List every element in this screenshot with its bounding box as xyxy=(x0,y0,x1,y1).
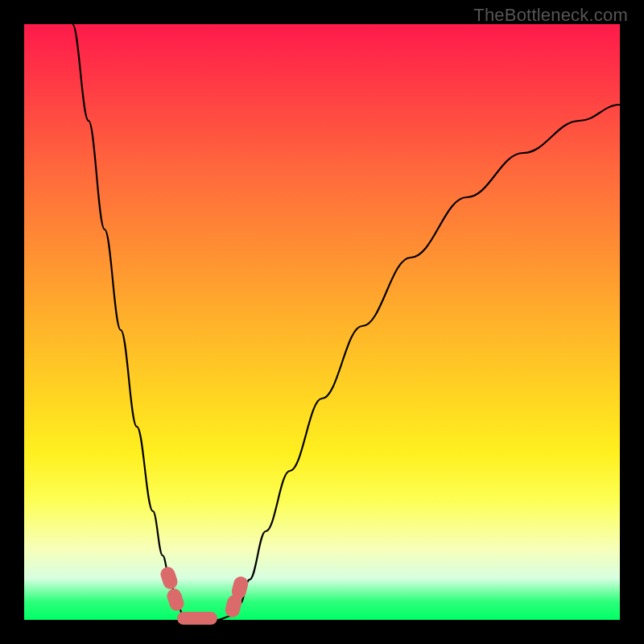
watermark-text: TheBottleneck.com xyxy=(473,5,628,26)
bottom-cluster xyxy=(177,612,217,625)
plot-area xyxy=(24,24,620,620)
left-cluster-1 xyxy=(159,565,180,591)
chart-frame: TheBottleneck.com xyxy=(0,0,644,644)
curve-svg xyxy=(24,24,620,620)
marker-group xyxy=(159,565,250,625)
bottleneck-curve xyxy=(72,24,620,620)
left-cluster-2 xyxy=(165,587,186,613)
